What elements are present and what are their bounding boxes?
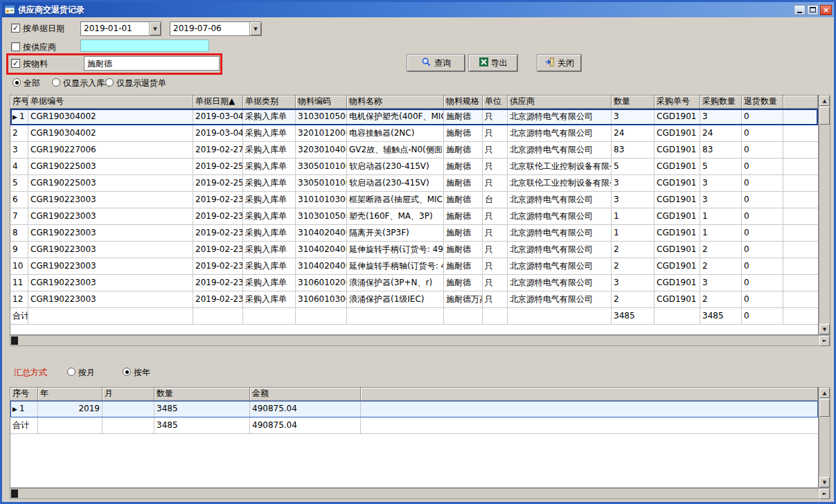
scope-return-radio[interactable]	[105, 78, 114, 87]
table-row[interactable]: 4CGR1902250032019-02-25采购入库单33050101000软…	[10, 159, 818, 175]
cell: 北京源特电气有限公司	[508, 208, 612, 225]
material-input[interactable]: 施耐德	[84, 56, 220, 71]
cell: 北京源特电气有限公司	[508, 125, 612, 142]
records-vertical-scrollbar[interactable]: ▲ ▼	[819, 95, 830, 335]
table-row[interactable]: 8CGR1902230032019-02-23采购入库单31040204000隔…	[10, 225, 818, 242]
column-header[interactable]: 采购数量	[700, 96, 742, 109]
scrollbar-thumb[interactable]	[819, 399, 830, 417]
cell: 3	[700, 175, 742, 192]
column-header[interactable]: 金额	[250, 388, 361, 401]
cell: CGD1901	[655, 258, 700, 275]
column-header[interactable]: 月	[103, 388, 154, 401]
table-row[interactable]: 11CGR1902230032019-02-23采购入库单31060102003…	[10, 275, 818, 291]
cell: 采购入库单	[243, 142, 296, 159]
scroll-up-button[interactable]: ▲	[819, 96, 830, 106]
supplier-input[interactable]	[80, 39, 209, 52]
table-row[interactable]: 10CGR1902230032019-02-23采购入库单31040204004…	[10, 258, 818, 275]
cell: 只	[483, 175, 508, 192]
scope-all-radio[interactable]	[12, 78, 21, 87]
maximize-button[interactable]	[807, 5, 819, 15]
table-header-row: 序号年月数量金额	[10, 388, 818, 401]
column-header[interactable]: 物料规格	[444, 96, 483, 109]
minimize-button[interactable]	[794, 5, 806, 15]
scroll-down-button[interactable]: ▼	[819, 324, 830, 334]
cell: 2019	[38, 401, 103, 417]
table-row[interactable]: 7CGR1902230032019-02-23采购入库单31030105001塑…	[10, 208, 818, 225]
column-header[interactable]: 物料编码	[296, 96, 347, 109]
summary-by-year-radio[interactable]	[123, 368, 131, 376]
date-from-combo[interactable]: 2019-01-01 ▼	[80, 21, 161, 36]
summary-by-month-radio[interactable]	[67, 368, 75, 376]
records-horizontal-scrollbar[interactable]: ►	[10, 335, 830, 346]
scrollbar-thumb[interactable]	[11, 489, 18, 498]
by-date-checkbox[interactable]: ✓	[11, 24, 20, 33]
table-row[interactable]: 5CGR1902250032019-02-25采购入库单33050101000软…	[10, 175, 818, 192]
table-row[interactable]: 9CGR1902230032019-02-23采购入库单31040204004延…	[10, 242, 818, 258]
export-button[interactable]: 导出	[469, 55, 517, 71]
cell: 2	[700, 258, 742, 275]
date-to-combo[interactable]: 2019-07-06 ▼	[170, 21, 262, 36]
cell: 浪涌保护器(1级IEC)	[347, 291, 444, 308]
summary-vertical-scrollbar[interactable]: ▲ ▼	[819, 387, 830, 488]
by-supplier-checkbox[interactable]: ✓	[11, 42, 20, 51]
dropdown-button[interactable]: ▼	[149, 22, 161, 35]
cell: CGD1901	[655, 142, 700, 159]
table-row[interactable]: ▶1CGR1903040022019-03-04采购入库单31030105009…	[10, 109, 818, 125]
cell: CGR190223003	[28, 242, 193, 258]
total-row[interactable]: 合计3485490875.04	[10, 417, 818, 434]
by-material-checkbox[interactable]: ✓	[11, 59, 20, 68]
column-header[interactable]: 单据类别	[243, 96, 296, 109]
close-window-button[interactable]: 关闭	[537, 55, 581, 71]
column-header[interactable]: 单据编号	[28, 96, 193, 109]
cell	[483, 308, 508, 325]
cell	[103, 401, 154, 417]
table-row[interactable]: 6CGR1902230032019-02-23采购入库单31010103003框…	[10, 192, 818, 208]
column-header[interactable]: 序号	[10, 388, 38, 401]
dropdown-button[interactable]: ▼	[249, 22, 261, 35]
table-row[interactable]: ▶120193485490875.04	[10, 401, 818, 417]
cell: 0	[742, 159, 783, 175]
scroll-right-button[interactable]: ►	[819, 336, 830, 346]
column-header[interactable]: 序号	[10, 96, 28, 109]
column-header[interactable]: 采购单号	[655, 96, 700, 109]
cell	[28, 308, 193, 325]
cell: 只	[483, 275, 508, 291]
table-row[interactable]: 3CGR1902270062019-02-27采购入库单32030104000G…	[10, 142, 818, 159]
column-header[interactable]: 物料名称	[347, 96, 444, 109]
cell: CGR190223003	[28, 258, 193, 275]
cell: 采购入库单	[243, 275, 296, 291]
scrollbar-thumb[interactable]	[819, 107, 830, 125]
cell: 合计	[10, 417, 38, 434]
cell: 31040204004	[296, 258, 347, 275]
cell: 2019-02-23	[193, 242, 243, 258]
cell: 3	[700, 192, 742, 208]
scrollbar-thumb[interactable]	[11, 336, 18, 345]
summary-horizontal-scrollbar[interactable]: ►	[10, 488, 830, 499]
total-row[interactable]: 合计348534850	[10, 308, 818, 325]
cell: 0	[742, 258, 783, 275]
query-button[interactable]: 查询	[407, 55, 465, 71]
by-date-label: 按单据日期	[23, 24, 64, 33]
cell-filler	[361, 417, 818, 434]
up-arrow-icon: ▲	[823, 98, 826, 104]
column-header[interactable]: 数量	[612, 96, 655, 109]
scroll-right-button[interactable]: ►	[819, 489, 830, 499]
scroll-up-button[interactable]: ▲	[819, 388, 830, 398]
column-header[interactable]: 年	[38, 388, 103, 401]
cell-filler	[783, 208, 818, 225]
table-row[interactable]: 12CGR1902230032019-02-23采购入库单31060103000…	[10, 291, 818, 308]
table-row[interactable]: 2CGR1903040022019-03-04采购入库单32010120000电…	[10, 125, 818, 142]
column-header[interactable]: 单位	[483, 96, 508, 109]
cell: 北京源特电气有限公司	[508, 291, 612, 308]
cell: 北京源特电气有限公司	[508, 242, 612, 258]
cell: 0	[742, 175, 783, 192]
cell: 0	[742, 109, 783, 125]
scroll-down-button[interactable]: ▼	[819, 477, 830, 487]
column-header[interactable]: 退货数量	[742, 96, 783, 109]
column-header[interactable]: 单据日期▲	[193, 96, 243, 109]
column-header[interactable]: 供应商	[508, 96, 612, 109]
column-header[interactable]: 数量	[154, 388, 250, 401]
close-button[interactable]: ×	[820, 5, 832, 15]
scope-inbound-radio[interactable]	[52, 78, 60, 87]
cell: 只	[483, 125, 508, 142]
